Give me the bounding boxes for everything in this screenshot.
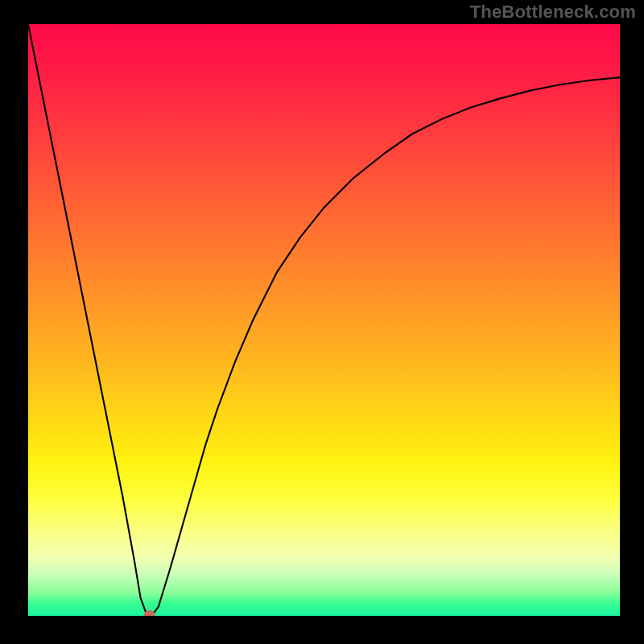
plot-area (28, 24, 620, 616)
watermark-text: TheBottleneck.com (470, 2, 636, 23)
bottleneck-curve (28, 24, 620, 615)
chart-frame: TheBottleneck.com (0, 0, 644, 644)
curve-layer (28, 24, 620, 616)
